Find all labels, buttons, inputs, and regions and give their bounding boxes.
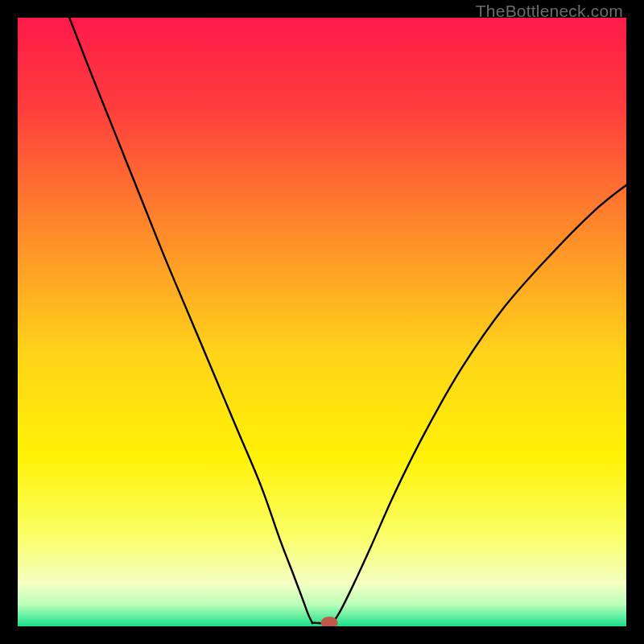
chart-background bbox=[18, 18, 626, 626]
chart-svg bbox=[18, 18, 626, 626]
chart-frame bbox=[18, 18, 626, 626]
watermark-text: TheBottleneck.com bbox=[476, 2, 623, 21]
